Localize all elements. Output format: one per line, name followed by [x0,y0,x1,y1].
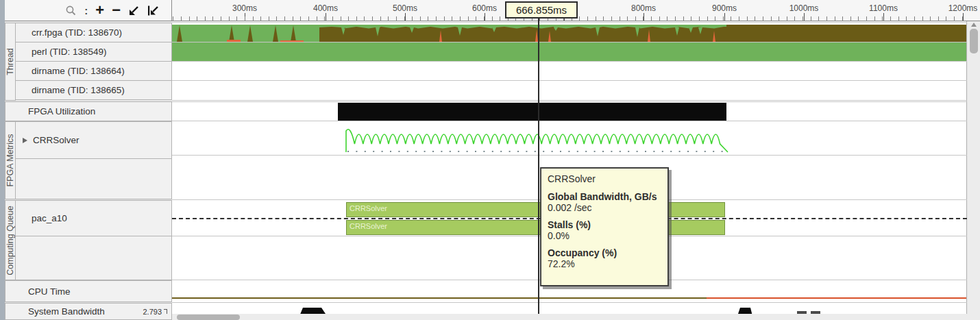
ruler-minor-tick [611,16,612,21]
tooltip-metric-value: 0.002 /sec [548,202,661,213]
ruler-tick-label: 500ms [393,3,417,13]
row-label-cpu-time[interactable]: CPU Time [5,280,172,302]
row-label-text: CPU Time [28,286,71,297]
tooltip-metric-value: 72.2% [548,258,661,269]
zoom-in-button[interactable]: + [95,3,104,18]
fpga-utilization-bar[interactable] [338,103,726,121]
ruler-minor-tick [922,16,923,21]
window-edge [0,0,5,320]
vertical-scrollbar-track[interactable] [968,21,980,314]
ruler-minor-tick [763,16,763,21]
row-label-text: pac_a10 [32,213,67,223]
row-separator-line [172,80,967,81]
ruler-minor-tick [460,16,461,21]
ruler-minor-tick [858,16,859,21]
ruler-minor-tick [946,16,946,21]
crrsolver-metric-waveform[interactable] [172,121,966,156]
row-separator-line [172,121,967,121]
tooltip-title: CRRSolver [548,173,661,184]
ruler-minor-tick [245,16,245,21]
magnifier-icon [65,5,77,16]
ruler-minor-tick [771,16,772,21]
horizontal-scrollbar-thumb[interactable] [177,315,240,320]
timeline-toolbar: : + − [5,0,172,21]
zoom-out-button[interactable]: − [112,3,121,18]
ruler-minor-tick [683,16,684,21]
ruler-minor-tick [826,16,827,21]
row-label-dirname-1[interactable]: dirname (TID: 138664) [15,61,172,81]
ruler-minor-tick [348,16,349,21]
scroll-up-arrow-icon[interactable] [971,23,977,27]
ruler-minor-tick [723,16,724,21]
ruler-minor-tick [898,16,899,21]
row-label-crr-fpga[interactable]: crr.fpga (TID: 138670) [15,23,172,42]
ruler-minor-tick [428,16,428,21]
ruler-minor-tick [707,16,708,21]
ruler-minor-tick [659,16,660,21]
tooltip-metric-value: 0.0% [548,230,661,241]
row-label-fpga-utilization[interactable]: FPGA Utilization [5,101,172,121]
ruler-major-tick [405,13,406,21]
bandwidth-axis-max: 2.793 [143,308,162,316]
row-label-text: crr.fpga (TID: 138670) [32,27,122,38]
cpu-time-line-overload [707,297,967,299]
ruler-minor-tick [811,16,811,21]
ruler-minor-tick [914,16,915,21]
row-label-crrsolver[interactable]: CRRSolver [15,121,172,159]
ruler-minor-tick [293,16,293,21]
axis-tick-mark [164,309,167,314]
row-label-text: CRRSolver [33,135,79,145]
ruler-minor-tick [906,16,907,21]
kernel-bar-label: CRRSolver [350,204,387,212]
vertical-scrollbar-thumb[interactable] [970,29,978,53]
metrics-tooltip: CRRSolver Global Bandwidth, GB/s 0.002 /… [540,167,669,286]
timeline-marker-readout[interactable]: 666.855ms [505,1,578,19]
row-label-system-bandwidth[interactable]: System Bandwidth 2.793 [5,303,172,320]
timeline-marker-line[interactable] [538,19,539,314]
thread-activity-bar-perl[interactable] [172,42,966,61]
undo-zoom-arrow-icon[interactable] [128,5,140,16]
ruler-minor-tick [667,16,667,21]
profiler-timeline-pane: : + − 300ms400ms500ms600ms700ms800ms900m… [0,0,980,320]
ruler-minor-tick [620,16,620,21]
ruler-minor-tick [324,16,325,21]
tooltip-metric-name: Occupancy (%) [548,247,661,258]
ruler-minor-tick [468,16,469,21]
expand-triangle-icon[interactable] [23,138,27,143]
ruler-minor-tick [444,16,445,21]
horizontal-scrollbar-track[interactable] [172,314,980,320]
tooltip-metric-name: Stalls (%) [548,219,661,230]
row-separator-line [172,22,967,23]
row-separator-line [172,302,967,303]
ruler-minor-tick [396,16,397,21]
ruler-minor-tick [954,16,955,21]
zoom-to-fit-arrow-icon[interactable] [147,5,159,16]
row-label-pac-a10[interactable]: pac_a10 [15,200,172,236]
thread-activity-chart-crr-fpga[interactable] [172,23,966,42]
ruler-minor-tick [372,16,373,21]
row-label-queue-empty [15,236,172,280]
ruler-minor-tick [221,16,221,21]
ruler-minor-tick [420,16,421,21]
ruler-minor-tick [715,16,715,21]
marker-time-label: 666.855ms [516,4,567,16]
ruler-minor-tick [842,16,843,21]
ruler-minor-tick [308,16,309,21]
ruler-minor-tick [317,16,317,21]
ruler-minor-tick [181,16,182,21]
cpu-time-line [172,297,707,299]
row-label-text: dirname (TID: 138664) [32,66,125,76]
ruler-minor-tick [388,16,389,21]
row-separator-line [172,100,967,101]
row-separator-line [172,42,967,42]
row-label-fpga-metrics-empty [15,158,172,199]
group-computing-queue: Computing Queue [5,200,16,280]
ruler-minor-tick [436,16,437,21]
ruler-tick-label: 1000ms [789,3,819,13]
ruler-tick-label: 900ms [712,3,737,13]
ruler-minor-tick [364,16,365,21]
row-label-dirname-2[interactable]: dirname (TID: 138665) [15,80,172,100]
row-label-perl[interactable]: perl (TID: 138549) [15,42,172,62]
ruler-minor-tick [380,16,381,21]
ruler-minor-tick [635,16,636,21]
